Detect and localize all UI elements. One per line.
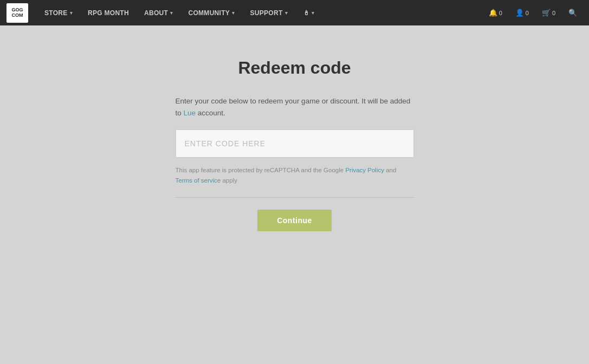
nav-about[interactable]: ABOUT ▾ [137,0,180,25]
notifications-btn[interactable]: 🔔 0 [483,0,508,25]
account-count: 0 [526,10,529,16]
redeem-container: Enter your code below to redeem your gam… [176,95,414,231]
user-icon: 👤 [515,9,524,17]
description-part2: account. [196,109,225,117]
nav-store-label: STORE [44,9,68,17]
divider [176,197,414,198]
nav-community-chevron: ▾ [232,10,235,16]
nav-right: 🔔 0 👤 0 🛒 0 🔍 [483,0,582,25]
flame-icon: 🕯 [303,9,309,17]
nav-extra-icon[interactable]: 🕯 ▾ [295,0,322,25]
cart-icon: 🛒 [542,9,551,17]
recaptcha-and: and [384,167,396,173]
search-btn[interactable]: 🔍 [563,0,582,25]
recaptcha-notice: This app feature is protected by reCAPTC… [176,165,414,185]
recaptcha-prefix: This app feature is protected by reCAPTC… [176,167,346,173]
navbar: GOGCOM STORE ▾ RPG MONTH ABOUT ▾ COMMUNI… [0,0,589,25]
page-title: Redeem code [238,58,351,78]
code-input[interactable] [176,129,414,158]
nav-extra-chevron: ▾ [312,10,314,16]
cart-btn[interactable]: 🛒 0 [536,0,561,25]
recaptcha-suffix: apply [221,177,237,184]
nav-about-chevron: ▾ [170,10,173,16]
notifications-count: 0 [499,10,502,16]
search-icon: 🔍 [568,9,577,17]
account-btn[interactable]: 👤 0 [510,0,534,25]
main-content: Redeem code Enter your code below to red… [0,25,589,253]
nav-community-label: COMMUNITY [188,9,230,17]
nav-about-label: ABOUT [144,9,168,17]
nav-community[interactable]: COMMUNITY ▾ [180,0,242,25]
description-text: Enter your code below to redeem your gam… [176,95,414,119]
nav-support-chevron: ▾ [285,10,288,16]
continue-button[interactable]: Continue [257,210,332,231]
nav-links: STORE ▾ RPG MONTH ABOUT ▾ COMMUNITY ▾ SU… [37,0,483,25]
bell-icon: 🔔 [489,9,497,17]
nav-support[interactable]: SUPPORT ▾ [242,0,295,25]
nav-store-chevron: ▾ [70,10,73,16]
site-logo[interactable]: GOGCOM [7,3,28,23]
logo-text: GOGCOM [11,8,23,18]
terms-link[interactable]: Terms of service [176,177,221,184]
description-username: Lue [184,109,196,117]
nav-rpg-label: RPG MONTH [88,9,129,17]
nav-rpg-month[interactable]: RPG MONTH [80,0,137,25]
cart-count: 0 [552,10,555,16]
privacy-policy-link[interactable]: Privacy Policy [345,167,384,173]
nav-store[interactable]: STORE ▾ [37,0,80,25]
nav-support-label: SUPPORT [250,9,282,17]
